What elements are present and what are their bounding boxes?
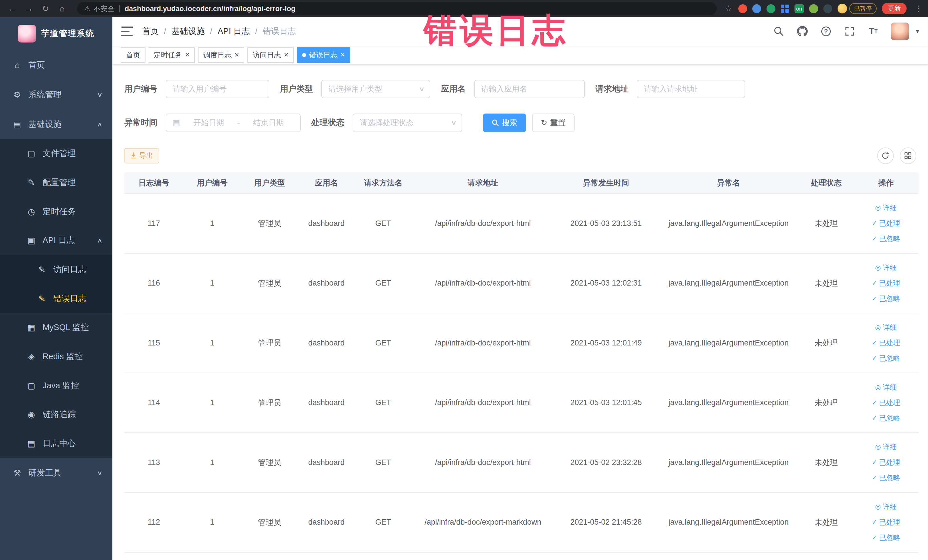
edit-document-icon: ✎ [37, 294, 47, 304]
close-icon[interactable]: × [284, 51, 288, 59]
extension-leaf-icon[interactable] [809, 4, 818, 13]
breadcrumb-item[interactable]: 基础设施 [171, 26, 205, 37]
sidebar-item-api-log[interactable]: ▣API 日志∧ [0, 226, 112, 255]
detail-link[interactable]: ◎详细 [856, 200, 916, 216]
extension-on-badge[interactable]: on [795, 4, 804, 13]
tab-访问日志[interactable]: 访问日志× [247, 47, 294, 63]
extension-red-icon[interactable] [738, 4, 747, 13]
address-bar[interactable]: ⚠ 不安全 dashboard.yudao.iocoder.cn/infra/l… [77, 2, 717, 15]
breadcrumb-item[interactable]: 首页 [142, 26, 159, 37]
check-icon: ✓ [872, 276, 877, 291]
sidebar-item-label: 定时任务 [43, 206, 76, 217]
ignored-link[interactable]: ✓已忽略 [856, 530, 916, 545]
forward-icon[interactable]: → [23, 4, 36, 14]
chevron-down-icon: ∨ [97, 470, 102, 476]
tab-错误日志[interactable]: 错误日志× [297, 47, 350, 63]
sidebar-item-trace[interactable]: ◉链路追踪 [0, 400, 112, 429]
ignored-link[interactable]: ✓已忽略 [856, 410, 916, 426]
sidebar-item-file[interactable]: ▢文件管理 [0, 139, 112, 168]
check-icon: ✓ [872, 351, 877, 366]
hamburger-icon[interactable] [121, 26, 133, 36]
breadcrumb: 首页/基础设施/API 日志/错误日志 [142, 26, 296, 37]
request-url-input[interactable] [644, 85, 738, 93]
process-status-select[interactable] [360, 118, 447, 127]
ignored-link[interactable]: ✓已忽略 [856, 470, 916, 485]
tab-首页[interactable]: 首页 [121, 47, 145, 63]
browser-toolbar: ← → ↻ ⌂ ⚠ 不安全 dashboard.yudao.iocoder.cn… [0, 0, 928, 17]
sidebar-item-config[interactable]: ✎配置管理 [0, 168, 112, 197]
close-icon[interactable]: × [185, 51, 190, 59]
breadcrumb-item: 错误日志 [263, 26, 296, 37]
sidebar-item-home[interactable]: ⌂首页 [0, 50, 112, 80]
github-icon[interactable] [797, 25, 808, 37]
fullscreen-icon[interactable] [844, 25, 856, 37]
sidebar-item-error-log[interactable]: ✎错误日志 [0, 284, 112, 313]
browser-menu-icon[interactable]: ⋮ [914, 4, 922, 13]
sidebar-item-job[interactable]: ◷定时任务 [0, 197, 112, 226]
logo[interactable]: 芋道管理系统 [0, 17, 112, 50]
processed-link[interactable]: ✓已处理 [856, 216, 916, 231]
detail-link[interactable]: ◎详细 [856, 499, 916, 515]
detail-link[interactable]: ◎详细 [856, 320, 916, 335]
date-range-picker[interactable]: ▦ 开始日期 - 结束日期 [166, 113, 301, 132]
reload-icon[interactable]: ↻ [39, 4, 52, 14]
extension-green-icon[interactable] [766, 4, 775, 13]
sidebar-item-system[interactable]: ⚙系统管理∨ [0, 80, 112, 110]
user-id-input[interactable] [173, 85, 262, 93]
url-text[interactable]: dashboard.yudao.iocoder.cn/infra/log/api… [125, 5, 295, 13]
filter-exception-time: 异常时间 ▦ 开始日期 - 结束日期 [124, 113, 301, 132]
extension-paw-icon[interactable] [823, 4, 832, 13]
detail-link[interactable]: ◎详细 [856, 260, 916, 276]
font-size-icon[interactable]: TT [867, 25, 879, 37]
app-name-input[interactable] [481, 85, 577, 93]
processed-link[interactable]: ✓已处理 [856, 335, 916, 351]
close-icon[interactable]: × [235, 51, 239, 59]
processed-link[interactable]: ✓已处理 [856, 276, 916, 291]
browser-home-icon[interactable]: ⌂ [56, 4, 69, 14]
processed-link[interactable]: ✓已处理 [856, 515, 916, 530]
cell-app: dashboard [298, 492, 355, 552]
search-button[interactable]: 搜索 [483, 113, 526, 132]
cell-app: dashboard [298, 373, 355, 433]
export-button[interactable]: 导出 [124, 148, 159, 163]
bookmark-star-icon[interactable]: ☆ [725, 4, 732, 14]
processed-link[interactable]: ✓已处理 [856, 395, 916, 410]
cell-id: 112 [124, 492, 183, 552]
cell-url: /api/infra/db-doc/export-html [412, 432, 554, 492]
column-settings-button[interactable] [900, 148, 916, 164]
reset-button[interactable]: ↻ 重置 [532, 113, 575, 132]
back-icon[interactable]: ← [6, 4, 19, 14]
profile-chip[interactable]: 已暂停 [838, 3, 877, 14]
update-button[interactable]: 更新 [882, 3, 907, 14]
column-header: 用户编号 [183, 172, 241, 194]
tab-label: 访问日志 [252, 50, 281, 60]
help-icon[interactable]: ? [820, 25, 832, 37]
refresh-table-button[interactable] [877, 148, 894, 164]
tab-调度日志[interactable]: 调度日志× [198, 47, 244, 63]
sidebar-item-redis[interactable]: ◈Redis 监控 [0, 342, 112, 371]
sidebar-item-log-center[interactable]: ▤日志中心 [0, 429, 112, 458]
detail-link[interactable]: ◎详细 [856, 439, 916, 455]
avatar[interactable] [891, 23, 908, 40]
sidebar-item-java[interactable]: ▢Java 监控 [0, 371, 112, 400]
ignored-link[interactable]: ✓已忽略 [856, 351, 916, 366]
extension-grid-icon[interactable] [781, 5, 789, 13]
sidebar-item-dev-tools[interactable]: ⚒研发工具∨ [0, 458, 112, 488]
sidebar-item-access-log[interactable]: ✎访问日志 [0, 255, 112, 284]
tab-定时任务[interactable]: 定时任务× [149, 47, 195, 63]
layers-icon: ◈ [26, 352, 37, 362]
breadcrumb-item[interactable]: API 日志 [218, 26, 250, 37]
user-type-select[interactable] [328, 85, 415, 93]
extension-blue-drop-icon[interactable] [752, 4, 761, 13]
search-icon[interactable] [773, 25, 785, 37]
detail-link[interactable]: ◎详细 [856, 380, 916, 395]
close-icon[interactable]: × [340, 51, 345, 59]
ignored-link[interactable]: ✓已忽略 [856, 231, 916, 246]
sidebar-item-mysql[interactable]: ▦MySQL 监控 [0, 313, 112, 342]
sidebar-item-infra[interactable]: ▤基础设施∧ [0, 110, 112, 139]
ignored-link[interactable]: ✓已忽略 [856, 291, 916, 307]
processed-link[interactable]: ✓已处理 [856, 455, 916, 470]
caret-down-icon[interactable]: ▾ [916, 27, 919, 35]
security-label[interactable]: 不安全 [93, 4, 114, 14]
column-header: 异常发生时间 [554, 172, 658, 194]
